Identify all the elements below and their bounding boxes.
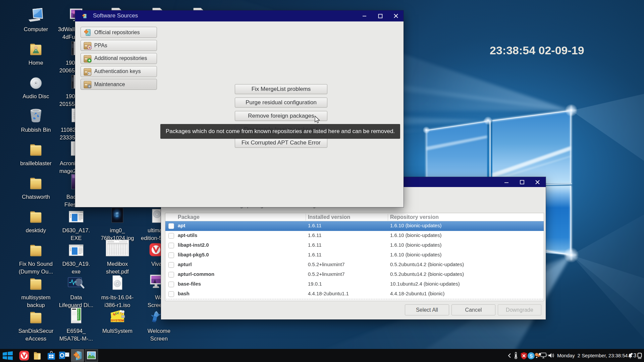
- svg-text:SYSTEM: SYSTEM: [111, 318, 124, 322]
- svg-text:S: S: [530, 353, 533, 359]
- svg-text:Motherboard: Motherboard: [77, 308, 79, 319]
